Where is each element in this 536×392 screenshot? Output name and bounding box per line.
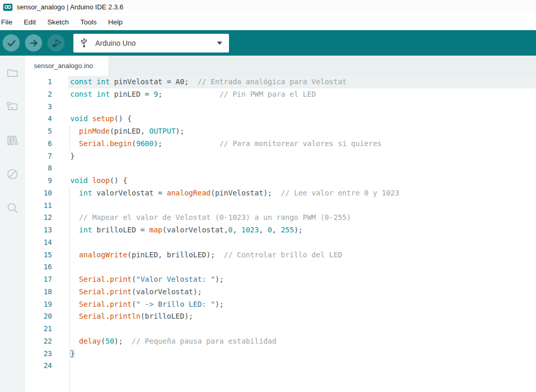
code-text: } — [52, 348, 74, 360]
code-line[interactable]: 9void loop() { — [25, 175, 536, 187]
sidebar-item-library-manager[interactable] — [6, 134, 19, 147]
menu-tools[interactable]: Tools — [74, 18, 103, 26]
code-line[interactable]: 10 int valorVelostat = analogRead(pinVel… — [25, 187, 536, 200]
code-text: Serial.println(brilloLED); — [52, 310, 193, 323]
sidebar-item-boards-manager[interactable] — [6, 100, 19, 113]
debug-button[interactable] — [47, 34, 65, 51]
code-line[interactable]: 18 Serial.print(valorVelostat); — [25, 286, 536, 298]
line-number[interactable]: 13 — [25, 224, 52, 237]
circle-slash-icon — [6, 167, 19, 181]
line-number[interactable]: 18 — [25, 286, 52, 298]
line-number[interactable]: 11 — [25, 200, 52, 212]
code-text: const int pinLED = 9; // Pin PWM para el… — [52, 88, 316, 101]
line-number[interactable]: 22 — [25, 335, 52, 348]
line-number[interactable]: 15 — [25, 249, 52, 262]
line-number[interactable]: 4 — [25, 113, 52, 125]
code-line[interactable]: 24 — [25, 360, 536, 372]
code-text: Serial.begin(9600); // Para monitorear v… — [52, 138, 382, 150]
line-number[interactable]: 10 — [25, 187, 52, 200]
sidebar-item-search[interactable] — [6, 201, 19, 215]
code-line[interactable]: 4void setup() { — [25, 113, 536, 125]
folder-icon — [6, 66, 19, 80]
code-line[interactable]: 11 — [25, 200, 536, 212]
menu-sketch[interactable]: Sketch — [42, 18, 74, 26]
title-bar: sensor_analogo | Arduino IDE 2.3.6 — [0, 0, 536, 14]
code-line[interactable]: 14 — [25, 237, 536, 249]
code-lines: 1const int pinVelostat = A0; // Entrada … — [25, 76, 536, 372]
library-icon — [6, 134, 19, 147]
code-line[interactable]: 8 — [25, 162, 536, 175]
line-number[interactable]: 19 — [25, 298, 52, 311]
code-line[interactable]: 7} — [25, 150, 536, 163]
tab-label: sensor_analogo.ino — [34, 62, 93, 70]
code-text: Serial.print("Valor Velostat: "); — [52, 273, 224, 286]
board-icon — [6, 100, 19, 113]
line-number[interactable]: 2 — [25, 88, 52, 101]
menu-bar: File Edit Sketch Tools Help — [0, 14, 536, 30]
menu-edit[interactable]: Edit — [18, 18, 42, 26]
line-number[interactable]: 5 — [25, 125, 52, 138]
sidebar-item-debug[interactable] — [6, 167, 19, 181]
code-text: Serial.print(" -> Brillo LED: "); — [52, 298, 224, 311]
code-line[interactable]: 5 pinMode(pinLED, OUTPUT); — [25, 125, 536, 138]
code-text: pinMode(pinLED, OUTPUT); — [52, 125, 184, 138]
toolbar: Arduino Uno — [0, 30, 536, 56]
code-line[interactable]: 19 Serial.print(" -> Brillo LED: "); — [25, 298, 536, 311]
code-text: void setup() { — [52, 113, 132, 125]
code-text: int brilloLED = map(valorVelostat,0, 102… — [52, 224, 303, 237]
line-number[interactable]: 16 — [25, 261, 52, 273]
window-title: sensor_analogo | Arduino IDE 2.3.6 — [17, 3, 123, 11]
code-editor[interactable]: 1const int pinVelostat = A0; // Entrada … — [25, 76, 536, 392]
code-line[interactable]: 6 Serial.begin(9600); // Para monitorear… — [25, 138, 536, 150]
verify-button[interactable] — [3, 34, 20, 51]
code-text: analogWrite(pinLED, brilloLED); // Contr… — [52, 249, 342, 262]
activity-sidebar — [0, 56, 25, 392]
code-text: void loop() { — [52, 175, 127, 187]
code-line[interactable]: 17 Serial.print("Valor Velostat: "); — [25, 273, 536, 286]
code-text — [52, 101, 70, 113]
usb-icon — [80, 38, 88, 48]
line-number[interactable]: 6 — [25, 138, 52, 150]
code-text: int valorVelostat = analogRead(pinVelost… — [52, 187, 399, 200]
code-text: delay(50); // Pequeña pausa para estabil… — [52, 335, 276, 348]
code-line[interactable]: 16 — [25, 261, 536, 273]
line-number[interactable]: 9 — [25, 175, 52, 187]
code-line[interactable]: 2const int pinLED = 9; // Pin PWM para e… — [25, 88, 536, 101]
line-number[interactable]: 21 — [25, 323, 52, 335]
line-number[interactable]: 12 — [25, 212, 52, 224]
sidebar-item-sketchbook[interactable] — [6, 66, 19, 80]
code-line[interactable]: 12 // Mapear el valor de Velostat (0-102… — [25, 212, 536, 224]
code-line[interactable]: 23} — [25, 348, 536, 360]
line-number[interactable]: 8 — [25, 162, 52, 175]
code-line[interactable]: 20 Serial.println(brilloLED); — [25, 310, 536, 323]
code-text — [52, 261, 70, 273]
chevron-down-icon — [217, 42, 222, 45]
line-number[interactable]: 7 — [25, 150, 52, 163]
work-area: sensor_analogo.ino 1const int pinVelosta… — [0, 56, 536, 392]
check-icon — [6, 37, 17, 49]
line-number[interactable]: 24 — [25, 360, 52, 372]
code-text — [52, 360, 70, 372]
arrow-right-icon — [28, 37, 40, 49]
code-text: const int pinVelostat = A0; // Entrada a… — [52, 76, 347, 88]
code-line[interactable]: 21 — [25, 323, 536, 335]
code-text — [52, 162, 70, 175]
line-number[interactable]: 1 — [25, 76, 52, 88]
board-selector-dropdown[interactable]: Arduino Uno — [73, 34, 229, 53]
line-number[interactable]: 20 — [25, 310, 52, 323]
code-line[interactable]: 15 analogWrite(pinLED, brilloLED); // Co… — [25, 249, 536, 262]
menu-file[interactable]: File — [0, 18, 18, 26]
line-number[interactable]: 14 — [25, 237, 52, 249]
line-number[interactable]: 3 — [25, 101, 52, 113]
code-line[interactable]: 13 int brilloLED = map(valorVelostat,0, … — [25, 224, 536, 237]
menu-help[interactable]: Help — [103, 18, 129, 26]
code-line[interactable]: 1const int pinVelostat = A0; // Entrada … — [25, 76, 536, 88]
line-number[interactable]: 23 — [25, 348, 52, 360]
code-text: } — [52, 150, 74, 163]
tab-sensor-analogo[interactable]: sensor_analogo.ino — [25, 56, 108, 76]
code-line[interactable]: 22 delay(50); // Pequeña pausa para esta… — [25, 335, 536, 348]
code-line[interactable]: 3 — [25, 101, 536, 113]
line-number[interactable]: 17 — [25, 273, 52, 286]
code-text: // Mapear el valor de Velostat (0-1023) … — [52, 212, 351, 224]
upload-button[interactable] — [25, 34, 42, 51]
